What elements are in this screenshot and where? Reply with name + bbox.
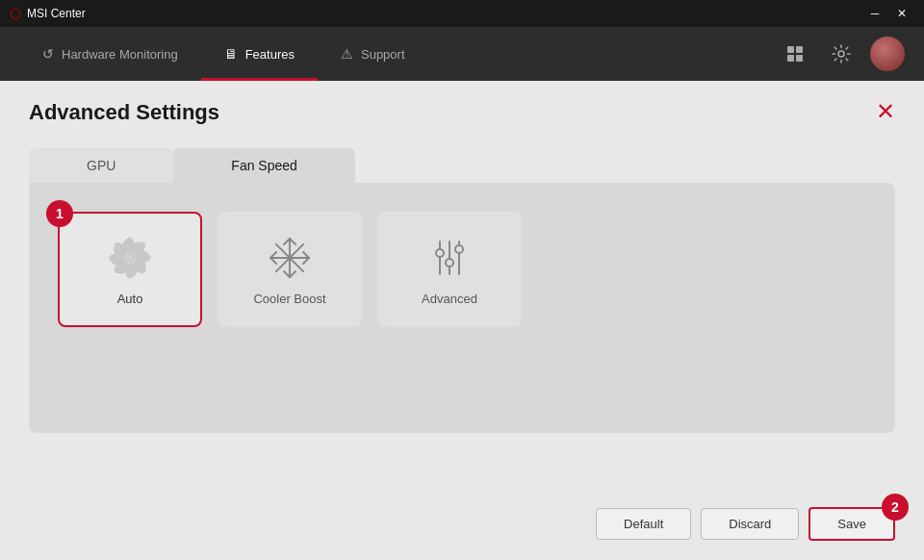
settings-button[interactable] [824,37,859,71]
option-auto-label: Auto [117,292,143,306]
title-bar: ⬡ MSI Center ─ ✕ [0,0,924,27]
svg-point-4 [838,51,844,57]
svg-point-6 [126,254,134,262]
fan-icon [106,234,154,282]
svg-point-22 [436,249,444,257]
nav-tab-features-label: Features [245,47,295,62]
title-bar-left: ⬡ MSI Center [10,6,86,21]
nav-tab-support[interactable]: ⚠ Support [318,27,428,81]
nav-tab-hardware[interactable]: ↺ Hardware Monitoring [19,27,201,81]
option-card-coolerboost[interactable]: Cooler Boost [218,212,362,327]
tabs-row: GPU Fan Speed [29,148,895,183]
option-coolerboost-label: Cooler Boost [253,292,325,306]
nav-tab-support-label: Support [361,47,405,62]
svg-rect-3 [796,55,803,62]
svg-rect-0 [787,46,794,53]
nav-tab-hardware-label: Hardware Monitoring [62,47,178,62]
title-bar-controls: ─ ✕ [862,3,914,24]
step-badge-1: 1 [46,200,73,227]
svg-rect-2 [787,55,794,62]
app-title: MSI Center [27,7,86,20]
tab-gpu[interactable]: GPU [29,148,173,183]
hardware-icon: ↺ [42,46,54,62]
default-button[interactable]: Default [596,508,691,540]
avatar-image [870,37,905,71]
option-card-auto[interactable]: 1 [58,212,202,327]
grid-button[interactable] [778,37,812,71]
main-content: Advanced Settings ✕ GPU Fan Speed 1 [0,81,924,560]
save-button[interactable]: Save 2 [808,507,895,541]
option-advanced-label: Advanced [422,292,477,306]
nav-right [778,37,905,71]
features-icon: 🖥 [224,46,238,62]
nav-bar: ↺ Hardware Monitoring 🖥 Features ⚠ Suppo… [0,27,924,81]
option-cards: 1 [58,212,866,327]
tab-fanspeed-label: Fan Speed [231,158,297,173]
window-close-button[interactable]: ✕ [889,3,914,24]
tab-gpu-label: GPU [87,158,116,173]
settings-panel: 1 [29,183,895,433]
gear-icon [832,44,851,64]
bottom-buttons: Default Discard Save 2 [596,507,895,541]
svg-point-23 [446,259,453,267]
grid-icon [785,44,805,64]
svg-point-24 [455,245,463,253]
nav-tabs: ↺ Hardware Monitoring 🖥 Features ⚠ Suppo… [19,27,428,81]
svg-rect-1 [796,46,803,53]
option-card-advanced[interactable]: Advanced [377,212,522,327]
sliders-icon [425,234,474,282]
page-title: Advanced Settings [29,100,895,125]
support-icon: ⚠ [341,46,353,62]
close-advanced-settings-button[interactable]: ✕ [876,100,895,123]
discard-button[interactable]: Discard [701,508,799,540]
nav-tab-features[interactable]: 🖥 Features [201,27,318,81]
step-badge-2: 2 [882,494,909,521]
snowflake-icon [266,234,314,282]
tab-fanspeed[interactable]: Fan Speed [173,148,355,183]
minimize-button[interactable]: ─ [862,3,887,24]
app-logo-icon: ⬡ [10,6,21,21]
avatar[interactable] [870,37,905,71]
